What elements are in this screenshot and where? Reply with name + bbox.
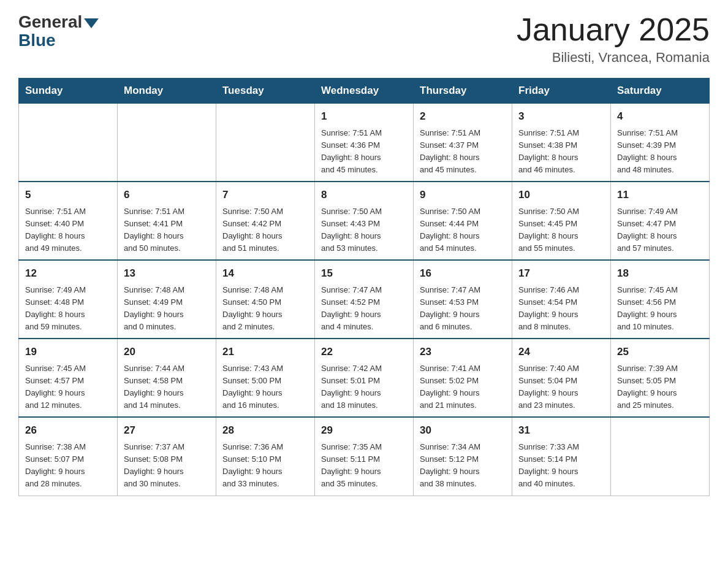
day-number: 4 [617, 109, 703, 124]
month-title: January 2025 [517, 12, 710, 47]
day-number: 22 [321, 344, 407, 360]
day-info: Sunrise: 7:51 AMSunset: 4:40 PMDaylight:… [25, 205, 111, 255]
calendar-cell: 28Sunrise: 7:36 AMSunset: 5:10 PMDayligh… [216, 417, 315, 496]
day-number: 14 [222, 266, 308, 282]
day-info: Sunrise: 7:42 AMSunset: 5:01 PMDaylight:… [321, 362, 407, 412]
calendar-cell: 12Sunrise: 7:49 AMSunset: 4:48 PMDayligh… [19, 260, 118, 339]
day-info: Sunrise: 7:35 AMSunset: 5:11 PMDaylight:… [321, 441, 407, 491]
day-number: 21 [222, 344, 308, 360]
calendar-cell: 11Sunrise: 7:49 AMSunset: 4:47 PMDayligh… [611, 182, 710, 260]
day-info: Sunrise: 7:33 AMSunset: 5:14 PMDaylight:… [518, 441, 604, 491]
calendar-table: Sunday Monday Tuesday Wednesday Thursday… [18, 78, 710, 496]
header-thursday: Thursday [414, 79, 512, 104]
day-number: 6 [124, 187, 210, 203]
calendar-cell: 10Sunrise: 7:50 AMSunset: 4:45 PMDayligh… [512, 182, 611, 260]
day-number: 10 [518, 187, 604, 203]
calendar-cell: 31Sunrise: 7:33 AMSunset: 5:14 PMDayligh… [512, 417, 611, 496]
page-header: General Blue January 2025 Biliesti, Vran… [18, 12, 710, 66]
day-info: Sunrise: 7:38 AMSunset: 5:07 PMDaylight:… [25, 441, 111, 491]
day-info: Sunrise: 7:50 AMSunset: 4:44 PMDaylight:… [420, 205, 506, 255]
calendar-cell: 8Sunrise: 7:50 AMSunset: 4:43 PMDaylight… [315, 182, 414, 260]
calendar-cell: 17Sunrise: 7:46 AMSunset: 4:54 PMDayligh… [512, 260, 611, 339]
calendar-cell: 9Sunrise: 7:50 AMSunset: 4:44 PMDaylight… [414, 182, 512, 260]
logo-blue-text: Blue [18, 31, 56, 50]
day-number: 19 [25, 344, 111, 360]
calendar-cell: 27Sunrise: 7:37 AMSunset: 5:08 PMDayligh… [118, 417, 216, 496]
day-number: 29 [321, 423, 407, 439]
calendar-cell: 21Sunrise: 7:43 AMSunset: 5:00 PMDayligh… [216, 339, 315, 417]
day-info: Sunrise: 7:51 AMSunset: 4:38 PMDaylight:… [518, 127, 604, 177]
day-number: 11 [617, 187, 703, 203]
day-info: Sunrise: 7:50 AMSunset: 4:42 PMDaylight:… [222, 205, 308, 255]
day-info: Sunrise: 7:50 AMSunset: 4:43 PMDaylight:… [321, 205, 407, 255]
day-number: 18 [617, 266, 703, 282]
day-info: Sunrise: 7:45 AMSunset: 4:57 PMDaylight:… [25, 362, 111, 412]
day-number: 12 [25, 266, 111, 282]
day-number: 9 [420, 187, 506, 203]
calendar-cell: 13Sunrise: 7:48 AMSunset: 4:49 PMDayligh… [118, 260, 216, 339]
calendar-cell: 18Sunrise: 7:45 AMSunset: 4:56 PMDayligh… [611, 260, 710, 339]
calendar-cell: 6Sunrise: 7:51 AMSunset: 4:41 PMDaylight… [118, 182, 216, 260]
calendar-cell: 23Sunrise: 7:41 AMSunset: 5:02 PMDayligh… [414, 339, 512, 417]
day-info: Sunrise: 7:43 AMSunset: 5:00 PMDaylight:… [222, 362, 308, 412]
location-subtitle: Biliesti, Vrancea, Romania [517, 50, 710, 66]
day-info: Sunrise: 7:40 AMSunset: 5:04 PMDaylight:… [518, 362, 604, 412]
calendar-cell: 2Sunrise: 7:51 AMSunset: 4:37 PMDaylight… [414, 104, 512, 182]
calendar-cell: 16Sunrise: 7:47 AMSunset: 4:53 PMDayligh… [414, 260, 512, 339]
week-row-3: 12Sunrise: 7:49 AMSunset: 4:48 PMDayligh… [19, 260, 710, 339]
day-info: Sunrise: 7:47 AMSunset: 4:53 PMDaylight:… [420, 284, 506, 334]
weekday-header-row: Sunday Monday Tuesday Wednesday Thursday… [19, 79, 710, 104]
day-info: Sunrise: 7:51 AMSunset: 4:39 PMDaylight:… [617, 127, 703, 177]
day-number: 30 [420, 423, 506, 439]
title-block: January 2025 Biliesti, Vrancea, Romania [517, 12, 710, 66]
header-sunday: Sunday [19, 79, 118, 104]
day-info: Sunrise: 7:36 AMSunset: 5:10 PMDaylight:… [222, 441, 308, 491]
header-tuesday: Tuesday [216, 79, 315, 104]
day-number: 23 [420, 344, 506, 360]
calendar-cell [19, 104, 118, 182]
day-number: 25 [617, 344, 703, 360]
day-info: Sunrise: 7:51 AMSunset: 4:41 PMDaylight:… [124, 205, 210, 255]
day-number: 13 [124, 266, 210, 282]
calendar-cell: 15Sunrise: 7:47 AMSunset: 4:52 PMDayligh… [315, 260, 414, 339]
calendar-cell [611, 417, 710, 496]
calendar-cell: 14Sunrise: 7:48 AMSunset: 4:50 PMDayligh… [216, 260, 315, 339]
day-number: 15 [321, 266, 407, 282]
header-monday: Monday [118, 79, 216, 104]
calendar-cell [118, 104, 216, 182]
calendar-cell: 3Sunrise: 7:51 AMSunset: 4:38 PMDaylight… [512, 104, 611, 182]
day-number: 2 [420, 109, 506, 124]
day-info: Sunrise: 7:41 AMSunset: 5:02 PMDaylight:… [420, 362, 506, 412]
calendar-cell: 19Sunrise: 7:45 AMSunset: 4:57 PMDayligh… [19, 339, 118, 417]
week-row-1: 1Sunrise: 7:51 AMSunset: 4:36 PMDaylight… [19, 104, 710, 182]
day-info: Sunrise: 7:51 AMSunset: 4:36 PMDaylight:… [321, 127, 407, 177]
week-row-2: 5Sunrise: 7:51 AMSunset: 4:40 PMDaylight… [19, 182, 710, 260]
calendar-cell: 1Sunrise: 7:51 AMSunset: 4:36 PMDaylight… [315, 104, 414, 182]
calendar-cell [216, 104, 315, 182]
calendar-cell: 5Sunrise: 7:51 AMSunset: 4:40 PMDaylight… [19, 182, 118, 260]
calendar-cell: 22Sunrise: 7:42 AMSunset: 5:01 PMDayligh… [315, 339, 414, 417]
calendar-cell: 30Sunrise: 7:34 AMSunset: 5:12 PMDayligh… [414, 417, 512, 496]
day-number: 8 [321, 187, 407, 203]
day-info: Sunrise: 7:48 AMSunset: 4:49 PMDaylight:… [124, 284, 210, 334]
day-info: Sunrise: 7:49 AMSunset: 4:47 PMDaylight:… [617, 205, 703, 255]
calendar-cell: 20Sunrise: 7:44 AMSunset: 4:58 PMDayligh… [118, 339, 216, 417]
calendar-cell: 29Sunrise: 7:35 AMSunset: 5:11 PMDayligh… [315, 417, 414, 496]
day-number: 1 [321, 109, 407, 124]
day-info: Sunrise: 7:45 AMSunset: 4:56 PMDaylight:… [617, 284, 703, 334]
day-info: Sunrise: 7:34 AMSunset: 5:12 PMDaylight:… [420, 441, 506, 491]
week-row-5: 26Sunrise: 7:38 AMSunset: 5:07 PMDayligh… [19, 417, 710, 496]
day-number: 31 [518, 423, 604, 439]
calendar-cell: 7Sunrise: 7:50 AMSunset: 4:42 PMDaylight… [216, 182, 315, 260]
day-number: 3 [518, 109, 604, 124]
header-saturday: Saturday [611, 79, 710, 104]
logo-general-text: General [18, 12, 82, 32]
day-info: Sunrise: 7:50 AMSunset: 4:45 PMDaylight:… [518, 205, 604, 255]
day-info: Sunrise: 7:48 AMSunset: 4:50 PMDaylight:… [222, 284, 308, 334]
day-number: 16 [420, 266, 506, 282]
day-number: 5 [25, 187, 111, 203]
logo-arrow-icon [84, 18, 99, 28]
day-info: Sunrise: 7:47 AMSunset: 4:52 PMDaylight:… [321, 284, 407, 334]
calendar-cell: 25Sunrise: 7:39 AMSunset: 5:05 PMDayligh… [611, 339, 710, 417]
day-number: 20 [124, 344, 210, 360]
